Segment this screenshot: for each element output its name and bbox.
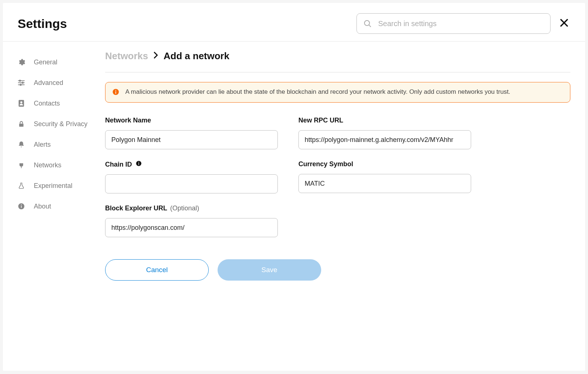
svg-point-7 [19,80,21,82]
warning-banner: A malicious network provider can lie abo… [105,82,570,103]
sidebar-item-label: Security & Privacy [34,120,87,128]
warning-icon [112,88,119,97]
currency-symbol-input[interactable] [298,174,471,193]
info-tooltip-icon[interactable] [136,160,142,168]
warning-text: A malicious network provider can lie abo… [125,88,510,97]
plug-icon [17,161,26,170]
sidebar-item-label: Experimental [34,182,72,190]
svg-point-11 [20,101,22,104]
person-icon [17,99,26,108]
rpc-url-label: New RPC URL [298,117,471,124]
sidebar-item-alerts[interactable]: Alerts [17,134,102,155]
search-icon [363,19,372,28]
chain-id-input[interactable] [105,174,278,193]
svg-point-0 [365,21,370,26]
block-explorer-input[interactable] [105,218,278,237]
rpc-url-input[interactable] [298,130,471,149]
sidebar-item-advanced[interactable]: Advanced [17,72,102,93]
info-icon [17,202,26,211]
svg-rect-20 [139,163,139,165]
breadcrumb: Networks Add a network [105,50,570,72]
sidebar-item-label: Networks [34,161,61,169]
svg-line-1 [369,25,371,27]
svg-point-18 [115,90,116,91]
sidebar-item-label: Advanced [34,79,63,87]
sidebar-item-networks[interactable]: Networks [17,155,102,175]
close-icon [559,18,569,28]
save-button[interactable]: Save [218,259,321,281]
search-input[interactable] [378,19,544,28]
sidebar-item-label: Alerts [34,141,51,149]
sidebar-item-experimental[interactable]: Experimental [17,175,102,196]
svg-point-21 [139,162,139,163]
sidebar-item-about[interactable]: About [17,196,102,217]
svg-point-9 [20,84,21,86]
lock-icon [17,120,26,128]
block-explorer-label: Block Explorer URL [105,204,167,212]
gear-icon [17,58,26,67]
svg-rect-12 [19,124,24,127]
bell-icon [17,140,26,149]
svg-rect-14 [21,206,22,208]
sidebar-item-label: General [34,58,57,66]
sidebar-item-contacts[interactable]: Contacts [17,93,102,114]
chevron-right-icon [153,51,158,61]
svg-point-15 [21,204,22,205]
sidebar-item-label: Contacts [34,100,60,107]
sidebar: General Advanced Contacts Security & Pri… [3,42,102,281]
close-button[interactable] [558,17,570,31]
network-name-input[interactable] [105,130,278,149]
search-box[interactable] [356,13,551,34]
sliders-icon [17,78,26,87]
flask-icon [17,181,26,190]
optional-label: (Optional) [170,204,199,212]
cancel-button[interactable]: Cancel [105,259,209,281]
breadcrumb-parent[interactable]: Networks [105,50,148,62]
svg-point-8 [22,82,24,83]
currency-symbol-label: Currency Symbol [298,160,471,168]
sidebar-item-security[interactable]: Security & Privacy [17,114,102,134]
breadcrumb-current: Add a network [164,50,229,62]
sidebar-item-general[interactable]: General [17,52,102,72]
svg-rect-17 [115,91,116,94]
page-title: Settings [18,17,67,31]
network-name-label: Network Name [105,117,278,124]
sidebar-item-label: About [34,203,51,210]
chain-id-label: Chain ID [105,161,132,168]
